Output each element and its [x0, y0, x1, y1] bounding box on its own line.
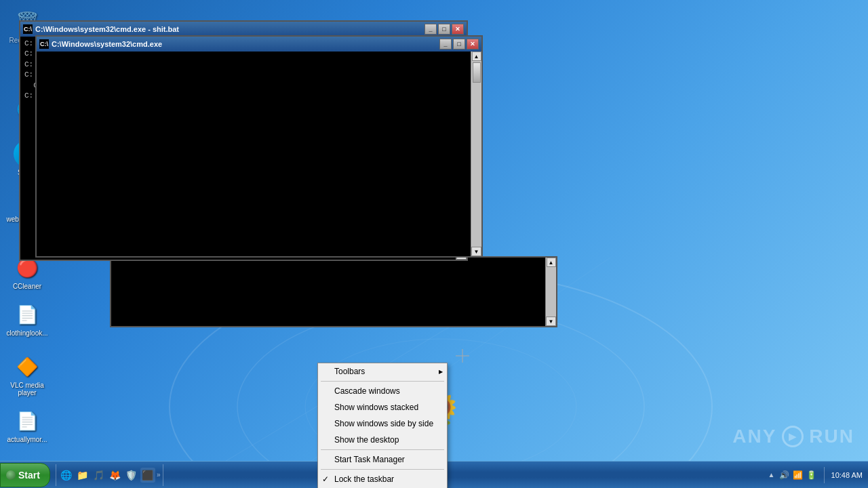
menu-item-show-desktop[interactable]: Show the desktop [318, 432, 447, 448]
ql-explorer-icon[interactable]: 📁 [75, 468, 90, 483]
toolbars-label: Toolbars [334, 367, 365, 376]
desktop-icon-actuallymore[interactable]: 📄 actuallymor... [3, 405, 52, 446]
show-hidden-icons[interactable]: ▲ [768, 471, 775, 479]
tray-icons-area: 🔊 📶 🔋 [779, 470, 817, 481]
ql-ie-icon[interactable]: 🌐 [59, 468, 74, 483]
close-button-secondary[interactable]: ✕ [467, 39, 479, 49]
show-more-ql[interactable]: » [157, 471, 161, 479]
quick-launch-bar: 🌐 📁 🎵 🦊 🛡️ ⬛ » [56, 464, 164, 486]
clothing-label: clothinglook... [6, 329, 47, 337]
side-by-side-label: Show windows side by side [334, 419, 433, 428]
run-text: RUN [809, 426, 854, 447]
tray-power-icon[interactable]: 🔋 [806, 470, 817, 481]
menu-item-toolbars[interactable]: Toolbars [318, 363, 447, 380]
background-window: ▲ ▼ [110, 256, 557, 327]
close-button-main[interactable]: ✕ [452, 24, 464, 35]
menu-item-cascade[interactable]: Cascade windows [318, 383, 447, 399]
any-text: ANY [732, 426, 776, 447]
lock-taskbar-checkmark: ✓ [322, 474, 329, 484]
menu-item-task-manager[interactable]: Start Task Manager [318, 451, 447, 468]
vlc-icon: 🔶 [14, 353, 41, 380]
menu-separator-2 [321, 449, 444, 450]
menu-item-stacked[interactable]: Show windows stacked [318, 399, 447, 415]
menu-item-side-by-side[interactable]: Show windows side by side [318, 415, 447, 432]
tray-network-icon[interactable]: 📶 [793, 470, 804, 481]
minimize-button-main[interactable]: _ [425, 24, 437, 35]
menu-separator-3 [321, 469, 444, 470]
cascade-label: Cascade windows [334, 386, 400, 396]
clothing-icon: 📄 [14, 301, 41, 328]
menu-item-lock-taskbar[interactable]: ✓ Lock the taskbar [318, 471, 447, 487]
start-orb-icon [6, 470, 16, 480]
ql-media-icon[interactable]: 🎵 [92, 468, 106, 483]
cmd-window-icon: C:\ [23, 24, 33, 34]
minimize-button-secondary[interactable]: _ [439, 39, 452, 49]
tray-speaker-icon[interactable]: 🔊 [779, 470, 790, 481]
show-desktop-label: Show the desktop [334, 435, 399, 445]
desktop-icon-clothing[interactable]: 📄 clothinglook... [3, 298, 52, 340]
ql-avira-icon[interactable]: 🛡️ [124, 468, 139, 483]
actuallymore-label: actuallymor... [7, 436, 47, 443]
desktop-cursor [456, 349, 469, 363]
tray-separator [824, 467, 825, 483]
cmd-titlebar-secondary[interactable]: C:\ C:\Windows\system32\cmd.exe _ □ ✕ [37, 37, 481, 52]
anyrun-play-icon: ▶ [782, 426, 804, 447]
maximize-button-secondary[interactable]: □ [453, 39, 465, 49]
actuallymore-icon: 📄 [14, 407, 41, 434]
cmd-window-secondary[interactable]: C:\ C:\Windows\system32\cmd.exe _ □ ✕ ▲ … [35, 35, 483, 258]
cmd-titlebar-main[interactable]: C:\ C:\Windows\system32\cmd.exe - shit.b… [20, 22, 467, 37]
cmd-window-controls-secondary: _ □ ✕ [439, 39, 479, 49]
ql-firefox-icon[interactable]: 🦊 [108, 468, 123, 483]
cmd-title-main: C:\Windows\system32\cmd.exe - shit.bat [35, 25, 179, 33]
ql-cmd-icon[interactable]: ⬛ [140, 468, 155, 483]
start-label: Start [18, 470, 40, 481]
stacked-label: Show windows stacked [334, 403, 418, 412]
start-button[interactable]: Start [0, 463, 50, 487]
taskbar-tray: ▲ 🔊 📶 🔋 10:48 AM [763, 467, 868, 483]
ccleaner-label: CCleaner [13, 283, 41, 290]
lock-taskbar-label: Lock the taskbar [334, 474, 394, 484]
cmd-title-secondary: C:\Windows\system32\cmd.exe [52, 40, 162, 48]
menu-separator-1 [321, 381, 444, 382]
taskbar-context-menu: Toolbars Cascade windows Show windows st… [317, 363, 448, 488]
anyrun-watermark: ANY ▶ RUN [732, 426, 854, 447]
taskbar-items-area [166, 464, 762, 486]
desktop-icon-vlc[interactable]: 🔶 VLC media player [3, 350, 52, 399]
task-manager-label: Start Task Manager [334, 455, 405, 464]
vlc-label: VLC media player [5, 382, 49, 396]
taskbar-clock[interactable]: 10:48 AM [831, 471, 863, 479]
cmd-window-controls-main: _ □ ✕ [425, 24, 464, 35]
cmd-window-icon-2: C:\ [39, 39, 49, 49]
clock-time: 10:48 AM [831, 471, 863, 479]
maximize-button-main[interactable]: □ [438, 24, 450, 35]
